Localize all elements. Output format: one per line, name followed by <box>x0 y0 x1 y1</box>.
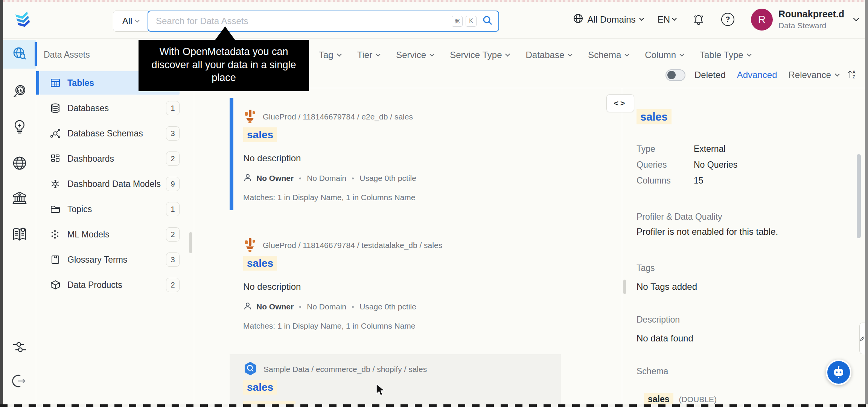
filter-column[interactable]: Column <box>645 50 684 60</box>
sidebar-item-databases[interactable]: Databases 1 <box>39 96 180 120</box>
schema-column-row[interactable]: sales (DOUBLE) <box>644 393 717 406</box>
lightbulb-icon <box>12 119 27 136</box>
search-input[interactable] <box>156 16 449 26</box>
user-avatar[interactable]: R <box>751 9 773 31</box>
domain-label: No Domain <box>307 302 346 311</box>
sort-dropdown[interactable]: Relevance <box>788 70 839 80</box>
sidebar-item-label: Glossary Terms <box>67 255 127 265</box>
section-body-description: No data found <box>637 333 693 344</box>
sidebar-item-dashboards[interactable]: Dashboards 2 <box>39 147 180 170</box>
filter-tag[interactable]: Tag <box>319 50 341 60</box>
search-input-box[interactable]: ⌘ K <box>148 11 499 32</box>
nav-settings[interactable] <box>3 334 36 362</box>
language-dropdown[interactable]: EN <box>658 14 676 25</box>
sidebar-list: Tables Databases 1 <box>36 71 194 297</box>
stat-label: Type <box>637 144 694 154</box>
sidebar-item-data-products[interactable]: Data Products 2 <box>39 273 180 297</box>
open-book-icon <box>11 226 28 243</box>
nav-govern[interactable] <box>3 185 36 213</box>
nav-learning[interactable] <box>3 220 36 249</box>
sidebar-item-label: Dashboards <box>67 154 114 164</box>
sidebar-item-topics[interactable]: Topics 1 <box>39 197 180 221</box>
sidebar-scrollbar[interactable] <box>189 232 192 253</box>
sidebar-item-dashboard-data-models[interactable]: Dashboard Data Models 9 <box>39 172 180 196</box>
owner-label: No Owner <box>256 302 294 311</box>
help-glyph: ? <box>725 15 730 24</box>
sidebar-item-ml-models[interactable]: ML Models 2 <box>39 223 180 246</box>
count-badge: 9 <box>166 177 180 191</box>
advanced-search-link[interactable]: Advanced <box>737 70 777 80</box>
filter-database[interactable]: Database <box>525 50 572 60</box>
stat-label: Queries <box>637 160 694 170</box>
help-icon[interactable]: ? <box>721 13 734 26</box>
panel-expand-button[interactable]: <> <box>606 94 634 112</box>
search-scope-select[interactable]: All <box>113 11 148 32</box>
deleted-toggle[interactable] <box>665 69 685 81</box>
nav-domains[interactable] <box>3 150 36 178</box>
nav-explore[interactable] <box>3 40 36 69</box>
panel-scrollbar[interactable] <box>857 154 861 238</box>
notifications-bell-icon[interactable] <box>693 14 705 26</box>
filter-table-type[interactable]: Table Type <box>700 50 751 60</box>
filter-label: Tag <box>319 50 333 60</box>
cmd-key-badge: ⌘ <box>452 16 463 27</box>
result-title[interactable]: sales <box>243 257 561 274</box>
result-card[interactable]: GlueProd / 118146679784 / e2e_db / sales… <box>230 94 561 214</box>
result-card[interactable]: GlueProd / 118146679784 / testdatalake_d… <box>230 223 561 343</box>
stat-value: External <box>694 144 725 154</box>
search-icon[interactable] <box>482 15 493 28</box>
breadcrumb-path[interactable]: GlueProd / 118146679784 / e2e_db / sales <box>263 112 413 121</box>
breadcrumb-path[interactable]: GlueProd / 118146679784 / testdatalake_d… <box>263 241 442 250</box>
count-badge: 3 <box>166 126 180 141</box>
sample-data-service-icon <box>243 361 257 378</box>
filter-tier[interactable]: Tier <box>357 50 380 60</box>
database-icon <box>50 103 61 113</box>
filter-bar: Tag Tier Service Service Type Database S… <box>319 47 751 63</box>
openmetadata-logo-icon[interactable] <box>13 7 32 31</box>
sidebar-item-label: Data Products <box>67 280 122 290</box>
filter-schema[interactable]: Schema <box>588 50 629 60</box>
result-card[interactable]: Sample Data / ecommerce_db / shopify / s… <box>230 354 561 404</box>
domains-dropdown[interactable]: All Domains <box>573 13 643 26</box>
breadcrumb-path[interactable]: Sample Data / ecommerce_db / shopify / s… <box>263 365 427 374</box>
section-heading-description: Description <box>637 315 680 325</box>
nav-observability[interactable] <box>3 78 36 106</box>
robot-icon <box>831 365 846 380</box>
entity-summary-panel: sales Type External Queries No Queries C… <box>622 88 865 404</box>
filter-service[interactable]: Service <box>396 50 434 60</box>
person-icon <box>243 173 252 184</box>
filter-service-type[interactable]: Service Type <box>450 50 509 60</box>
user-info[interactable]: Rounakpreet.d Data Steward <box>778 9 844 30</box>
panel-title[interactable]: sales <box>637 111 672 123</box>
bank-building-icon <box>12 190 27 208</box>
data-assets-sidebar: Data Assets Tables Databases <box>36 39 194 404</box>
count-badge: 3 <box>166 252 180 267</box>
sidebar-item-database-schemas[interactable]: Database Schemas 3 <box>39 122 180 145</box>
k-key-badge: K <box>466 16 477 27</box>
logout-icon[interactable] <box>3 367 36 395</box>
count-badge: 2 <box>166 278 180 292</box>
edge-peek-widget[interactable] <box>859 323 865 354</box>
filter-label: Service <box>396 50 426 60</box>
person-icon <box>243 301 252 312</box>
domain-label: No Domain <box>307 174 346 183</box>
user-menu-chevron-icon[interactable] <box>853 15 859 21</box>
count-badge: 1 <box>166 101 180 115</box>
chat-bot-button[interactable] <box>826 360 851 385</box>
svg-text:Z: Z <box>853 75 855 79</box>
panel-resize-handle[interactable] <box>623 280 626 294</box>
package-icon <box>50 280 61 290</box>
schema-column-type: (DOUBLE) <box>679 395 717 404</box>
sidebar-item-label: Topics <box>67 204 92 214</box>
chevron-down-icon <box>679 52 684 57</box>
sort-order-icon[interactable]: A Z <box>847 69 858 81</box>
section-heading-schema: Schema <box>637 366 668 376</box>
result-title[interactable]: sales <box>243 381 561 398</box>
sidebar-item-glossary-terms[interactable]: Glossary Terms 3 <box>39 248 180 271</box>
chevron-down-icon <box>337 52 342 57</box>
nav-incidents[interactable] <box>3 113 36 142</box>
globe-icon <box>12 155 27 173</box>
top-bar: All ⌘ K All D <box>3 0 865 39</box>
result-title[interactable]: sales <box>243 129 561 145</box>
domains-label: All Domains <box>588 14 636 25</box>
